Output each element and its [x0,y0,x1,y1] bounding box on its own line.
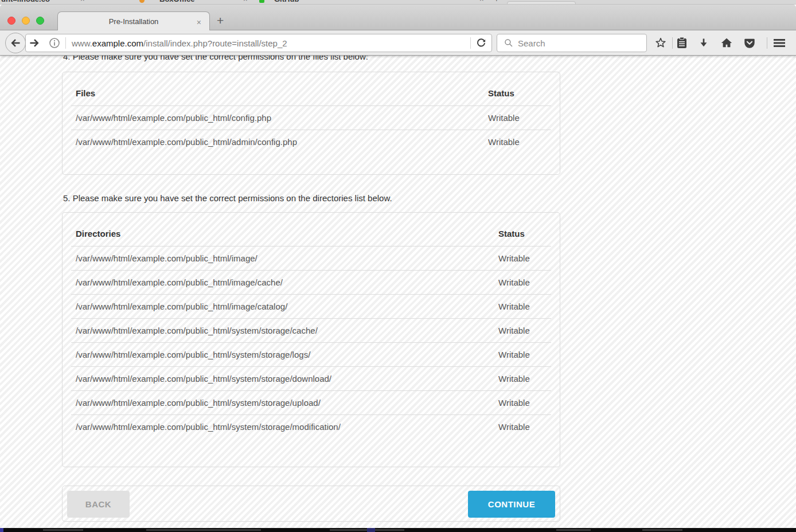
step4-instruction: 4. Please make sure you have set the cor… [63,56,368,61]
file-path: /var/www/html/example.com/public_html/ad… [71,130,483,154]
table-row: /var/www/html/example.com/public_html/sy… [71,319,551,343]
back-button-wizard[interactable]: BACK [67,491,130,518]
page-content: 4. Please make sure you have set the cor… [0,56,796,528]
background-window-top-fragment: unt=linode.co × BoxOffice × GitHub × + [0,0,796,5]
new-tab-button[interactable]: + [217,14,224,28]
background-tab-close-icon: × [243,0,248,3]
directory-path: /var/www/html/example.com/public_html/im… [71,295,494,319]
table-row: /var/www/html/example.com/public_html/sy… [71,367,551,391]
url-prefix: www. [72,38,92,48]
status-value: Writable [494,343,551,367]
table-row: /var/www/html/example.com/public_html/sy… [71,391,551,415]
zoom-window-button[interactable] [36,17,44,25]
back-button[interactable] [5,33,26,53]
directory-path: /var/www/html/example.com/public_html/sy… [71,367,494,391]
directory-path: /var/www/html/example.com/public_html/sy… [71,391,494,415]
browser-window: unt=linode.co × BoxOffice × GitHub × + P… [0,0,796,532]
continue-button[interactable]: CONTINUE [468,491,555,518]
table-header-row: Directories Status [71,221,551,247]
url-path: /install/index.php?route=install/step_2 [143,38,287,48]
files-column-header: Files [71,81,483,106]
search-input[interactable] [518,38,633,48]
reload-icon[interactable] [471,38,491,48]
directories-table: Directories Status /var/www/html/example… [71,221,551,439]
directory-path: /var/www/html/example.com/public_html/sy… [71,415,494,439]
forward-button[interactable] [29,37,40,49]
background-new-tab-icon: + [494,0,499,3]
directory-path: /var/www/html/example.com/public_html/im… [71,271,494,295]
tab-pre-installation[interactable]: Pre-Installation × [57,11,210,30]
table-row: /var/www/html/example.com/public_html/im… [71,271,551,295]
status-column-header: Status [483,81,551,106]
pocket-icon[interactable] [742,36,757,50]
directories-permissions-panel: Directories Status /var/www/html/example… [62,212,560,467]
directories-column-header: Directories [71,221,494,247]
status-value: Writable [483,106,551,130]
files-permissions-panel: Files Status /var/www/html/example.com/p… [62,72,560,175]
table-row: /var/www/html/example.com/public_html/im… [71,247,551,271]
search-box[interactable] [497,34,647,52]
table-row: /var/www/html/example.com/public_html/sy… [71,415,551,439]
tab-close-icon[interactable]: × [197,18,201,27]
status-value: Writable [494,391,551,415]
titlebar: Pre-Installation × + [0,5,796,30]
table-row: /var/www/html/example.com/public_html/ad… [71,130,551,154]
background-tab-favicon-orange [139,0,145,3]
directory-path: /var/www/html/example.com/public_html/sy… [71,319,494,343]
menu-hamburger-icon[interactable] [772,36,787,50]
background-tab-title-boxoffice: BoxOffice [159,0,194,3]
search-icon [504,38,513,48]
step5-instruction: 5. Please make sure you have set the cor… [63,193,392,203]
status-value: Writable [494,247,551,271]
site-info-icon[interactable] [49,37,60,49]
table-row: /var/www/html/example.com/public_html/sy… [71,343,551,367]
bookmark-star-icon[interactable] [653,36,668,50]
bookmarks-list-icon[interactable] [674,36,689,50]
background-tab-close-icon: × [80,0,85,3]
directory-path: /var/www/html/example.com/public_html/sy… [71,343,494,367]
status-value: Writable [494,319,551,343]
url-domain: example.com [92,38,143,48]
status-value: Writable [494,415,551,439]
status-value: Writable [494,367,551,391]
close-window-button[interactable] [7,17,15,25]
table-row: /var/www/html/example.com/public_html/co… [71,106,551,130]
wizard-buttons-bar: BACK CONTINUE [62,486,560,522]
background-window-bottom-fragment [0,528,796,532]
minimize-window-button[interactable] [22,17,30,25]
background-tab-favicon-green [259,0,264,3]
home-icon[interactable] [719,36,734,50]
divider [65,37,66,49]
divider [767,37,767,49]
tab-title: Pre-Installation [109,17,159,26]
status-column-header: Status [494,221,551,247]
navigation-toolbar: www.example.com/install/index.php?route=… [0,30,796,56]
background-tab-url-fragment: unt=linode.co [1,0,50,3]
status-value: Writable [494,295,551,319]
divider [672,37,673,49]
background-tab-close-icon: × [479,0,484,3]
url-text[interactable]: www.example.com/install/index.php?route=… [72,38,287,48]
background-tab-title-github: GitHub [274,0,299,3]
status-value: Writable [483,130,551,154]
file-path: /var/www/html/example.com/public_html/co… [71,106,483,130]
table-row: /var/www/html/example.com/public_html/im… [71,295,551,319]
downloads-icon[interactable] [696,36,711,50]
directory-path: /var/www/html/example.com/public_html/im… [71,247,494,271]
files-table: Files Status /var/www/html/example.com/p… [71,81,551,154]
table-header-row: Files Status [71,81,551,106]
status-value: Writable [494,271,551,295]
url-bar[interactable]: www.example.com/install/index.php?route=… [25,34,492,52]
